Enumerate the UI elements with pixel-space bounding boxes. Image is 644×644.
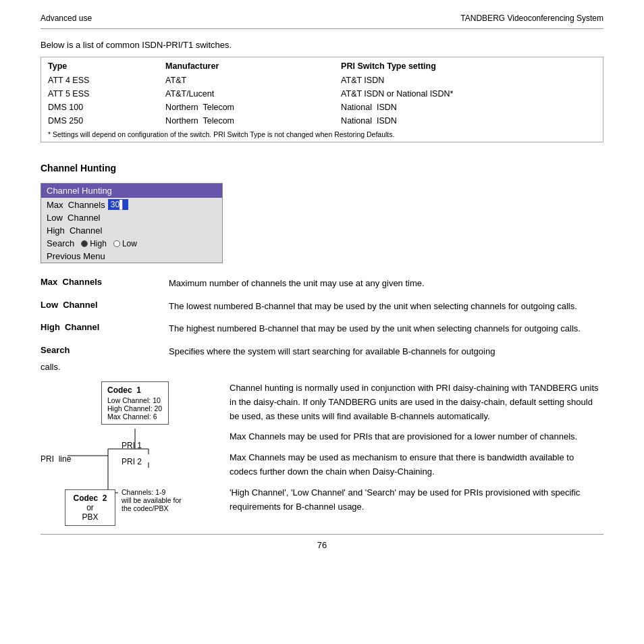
- table-row: DMS 250 Northern Telecom National ISDN: [41, 114, 603, 128]
- search-high-option[interactable]: High: [81, 239, 107, 248]
- codec2-box: Codec 2 orPBX: [65, 489, 115, 526]
- search-low-option[interactable]: Low: [113, 239, 137, 248]
- channel-hunting-menu: Channel Hunting Max Channels 30▌ Low Cha…: [41, 183, 223, 263]
- header-right: TANDBERG Videoconferencing System: [460, 14, 603, 23]
- diagram-text-4: 'High Channel', 'Low Channel' and 'Searc…: [230, 486, 603, 514]
- col-manufacturer: Manufacturer: [159, 57, 334, 74]
- search-high-radio: [81, 240, 88, 247]
- table-row: ATT 5 ESS AT&T/Lucent AT&T ISDN or Natio…: [41, 87, 603, 101]
- diagram-text-1: Channel hunting is normally used in conj…: [230, 381, 603, 423]
- diagram-section: Codec 1 Low Channel: 10 High Channel: 20…: [41, 381, 603, 520]
- channels-label: Channels: 1-9will be available forthe co…: [122, 488, 189, 512]
- diagram-text-3: Max Channels may be used as mechanism to…: [230, 451, 603, 479]
- search-label: Search: [47, 238, 74, 248]
- diagram-text-2: Max Channels may be used for PRIs that a…: [230, 430, 603, 444]
- pri-line-label: PRI line: [41, 454, 71, 464]
- table-row: ATT 4 ESS AT&T AT&T ISDN: [41, 74, 603, 87]
- max-channels-item[interactable]: Max Channels 30▌: [41, 198, 222, 211]
- page-number: 76: [317, 540, 327, 550]
- low-channel-item[interactable]: Low Channel: [41, 211, 222, 224]
- high-channel-desc: High Channel The highest numbered B-chan…: [41, 322, 603, 336]
- pri2-label: PRI 2: [122, 457, 142, 466]
- search-desc-calls: calls.: [41, 362, 603, 372]
- high-channel-item[interactable]: High Channel: [41, 224, 222, 237]
- search-item[interactable]: Search High Low: [41, 237, 222, 250]
- codec1-low: Low Channel: 10: [107, 396, 163, 404]
- max-channels-label: Max Channels: [47, 200, 105, 210]
- codec1-title: Codec 1: [107, 385, 163, 395]
- switch-table: Type Manufacturer PRI Switch Type settin…: [41, 57, 603, 142]
- header-left: Advanced use: [41, 14, 92, 23]
- search-high-label: High: [90, 239, 107, 248]
- codec2-sub: orPBX: [71, 503, 109, 522]
- pri1-label: PRI 1: [122, 441, 142, 450]
- diagram-left: Codec 1 Low Channel: 10 High Channel: 20…: [41, 381, 216, 520]
- menu-title: Channel Hunting: [41, 184, 222, 198]
- previous-menu-item[interactable]: Previous Menu: [41, 250, 222, 263]
- col-pri: PRI Switch Type setting: [334, 57, 603, 74]
- page-footer: 76: [41, 534, 603, 550]
- low-channel-desc: Low Channel The lowest numbered B-channe…: [41, 300, 603, 313]
- codec2-title: Codec 2: [71, 493, 109, 503]
- codec1-max: Max Channel: 6: [107, 412, 163, 421]
- pri-labels: PRI 1 PRI 2: [122, 441, 142, 466]
- search-low-label: Low: [122, 239, 137, 248]
- col-type: Type: [41, 57, 159, 74]
- codec1-high: High Channel: 20: [107, 404, 163, 412]
- intro-text: Below is a list of common ISDN-PRI/T1 sw…: [41, 40, 603, 50]
- max-channels-desc: Max Channels Maximum number of channels …: [41, 277, 603, 290]
- search-low-radio: [113, 240, 120, 247]
- codec1-box: Codec 1 Low Channel: 10 High Channel: 20…: [101, 381, 169, 425]
- table-row: DMS 100 Northern Telecom National ISDN: [41, 101, 603, 114]
- max-channels-value: 30▌: [108, 199, 128, 210]
- footnote-row: * Settings will depend on configuration …: [41, 128, 603, 142]
- diagram-right: Channel hunting is normally used in conj…: [230, 381, 603, 520]
- search-desc: Search Specifies where the system will s…: [41, 345, 603, 358]
- section-title: Channel Hunting: [41, 163, 603, 173]
